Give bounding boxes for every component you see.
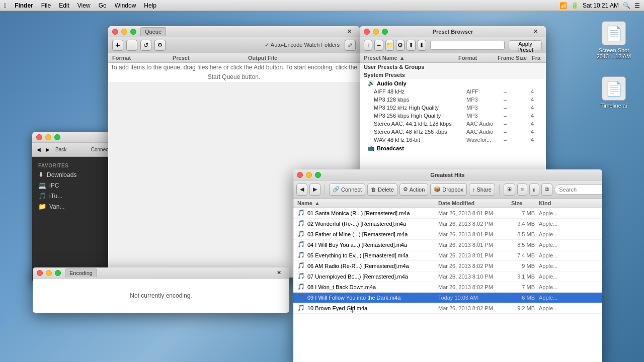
forward-btn[interactable]: ▶ [309, 184, 320, 196]
minimize-button-encoding[interactable] [46, 270, 52, 276]
preset-item-mp3-128[interactable]: MP3 128 kbps MP3 – 4 [360, 96, 546, 104]
close-button-preset[interactable] [364, 29, 370, 35]
sidebar-mini-item-itu[interactable]: 🎵 iTu... [32, 191, 113, 201]
menu-help[interactable]: Help [144, 2, 156, 9]
file-row-7[interactable]: 🎵 07 Unemployed Bo...) [Remastered].m4a … [293, 272, 602, 282]
file-icon-7: 🎵 [297, 273, 305, 281]
preset-remove-btn[interactable]: – [374, 40, 383, 51]
zoom-button-queue[interactable] [130, 29, 136, 35]
share-btn[interactable]: ↑ Share [469, 184, 495, 196]
finder-main-window: Greatest Hits FAVORITES ⬇ Downloads 🖥 De… [293, 169, 602, 362]
minimize-button-mini[interactable] [45, 134, 51, 140]
preset-item-mp3-192[interactable]: MP3 192 kHz High Quality MP3 – 4 [360, 104, 546, 112]
add-btn[interactable]: + [112, 40, 123, 51]
zoom-button-mini[interactable] [54, 134, 60, 140]
forward-btn-mini[interactable]: ▶ [44, 146, 51, 153]
preset-item-wav[interactable]: WAV 48 kHz 16-bit Wavefor... – 4 [360, 136, 546, 144]
menu-file[interactable]: File [41, 2, 51, 9]
back-btn[interactable]: ◀ [296, 184, 307, 196]
settings-btn[interactable]: ⚙ [154, 40, 166, 51]
preset-col-name-header: Preset Name ▲ [364, 55, 454, 61]
menu-edit[interactable]: Edit [59, 2, 69, 9]
file-kind-1: Apple... [539, 210, 602, 216]
zoom-button-encoding[interactable] [55, 270, 61, 276]
search-input[interactable] [554, 185, 602, 195]
back-btn-mini[interactable]: ◀ [35, 146, 42, 153]
reset-btn[interactable]: ↺ [140, 40, 151, 51]
file-row-1[interactable]: 🎵 01 Santa Monica (R...) [Remastered].m4… [293, 208, 602, 219]
preset-export-btn[interactable]: ⬆ [407, 40, 415, 51]
file-row-8[interactable]: 🎵 08 I Won_t Back Down.m4a Mar 26, 2013 … [293, 282, 602, 293]
action-btn[interactable]: ⚙ Action [399, 184, 429, 196]
encoding-content: Not currently encoding. [33, 279, 289, 313]
delete-btn[interactable]: 🗑 Delete [367, 184, 397, 196]
file-row-6[interactable]: 🎵 06 AM Radio (Re-R...) [Remastered].m4a… [293, 261, 602, 272]
menu-list-icon[interactable]: ☰ [634, 2, 640, 9]
zoom-button-finder[interactable] [315, 172, 321, 178]
file-date-2: Mar 26, 2013 8:02 PM [438, 221, 511, 227]
queue-close-btn[interactable]: ✕ [347, 28, 356, 35]
queue-tab[interactable]: Queue [140, 27, 166, 36]
preset-item-mp3-256-format: MP3 [466, 113, 502, 119]
finder-layout: FAVORITES ⬇ Downloads 🖥 Desktop 📦 Dropbo… [293, 180, 602, 362]
sidebar-mini-item-ipc[interactable]: 💻 iPC [32, 180, 113, 191]
preset-item-aac-441[interactable]: Stereo AAC, 44.1 kHz 128 kbps AAC Audio … [360, 120, 546, 128]
preset-item-mp3-192-fra: 4 [531, 105, 544, 111]
encoding-tab[interactable]: Encoding [65, 268, 97, 277]
preset-item-mp3-128-fra: 4 [531, 97, 544, 103]
file-row-9[interactable]: 🎵 09 I Will Follow You into the Dark.m4a… [293, 293, 602, 303]
preset-item-wav-name: WAV 48 kHz 16-bit [374, 137, 464, 143]
zoom-button-preset[interactable] [382, 29, 388, 35]
file-kind-7: Apple... [539, 274, 602, 280]
menu-finder[interactable]: Finder [15, 2, 33, 9]
view-list-btn[interactable]: ≡ [517, 184, 527, 196]
sidebar-mini-item-van[interactable]: 📁 Van... [32, 201, 113, 212]
minimize-button-finder[interactable] [306, 172, 312, 178]
menu-view[interactable]: View [77, 2, 91, 9]
preset-close-btn[interactable]: ✕ [533, 28, 542, 35]
preset-settings-btn[interactable]: ⚙ [396, 40, 405, 51]
file-icon-10: 🎵 [297, 304, 305, 312]
preset-item-aac-48[interactable]: Stereo AAC, 48 kHz 256 kbps AAC Audio – … [360, 128, 546, 136]
menu-window[interactable]: Window [115, 2, 136, 9]
sidebar-mini-item-downloads[interactable]: ⬇ Downloads [32, 169, 113, 180]
file-row-2[interactable]: 🎵 02 Wonderful (Re-...) [Remastered].m4a… [293, 219, 602, 229]
close-button-finder[interactable] [297, 172, 303, 178]
forward-icon: ▶ [313, 186, 317, 193]
preset-item-aac-48-format: AAC Audio [466, 129, 502, 135]
preset-item-mp3-256[interactable]: MP3 256 kbps High Quality MP3 – 4 [360, 112, 546, 120]
menu-battery-icon[interactable]: 🔋 [571, 2, 579, 9]
close-button-queue[interactable] [112, 29, 118, 35]
preset-add-btn[interactable]: + [364, 40, 372, 51]
apply-preset-button[interactable]: Apply Preset [509, 40, 542, 50]
screenshot-label: Screen Shot2013-...12 AM [597, 47, 631, 59]
menu-go[interactable]: Go [99, 2, 107, 9]
close-button-encoding[interactable] [37, 270, 43, 276]
close-button-mini[interactable] [36, 134, 42, 140]
preset-search-input[interactable] [430, 41, 505, 50]
preset-folder-btn[interactable]: 📁 [385, 40, 394, 51]
remove-btn[interactable]: – [126, 40, 137, 51]
apple-menu[interactable]:  [4, 2, 7, 10]
file-row-10[interactable]: 🎵 10 Brown Eyed Girl.m4a Mar 26, 2013 8:… [293, 303, 602, 314]
expand-btn[interactable]: ⤢ [345, 40, 356, 51]
file-row-5[interactable]: 🎵 05 Everything to Ev...) [Remastered].m… [293, 250, 602, 261]
file-row-3[interactable]: 🎵 03 Father of Mine (...) [Remastered].m… [293, 229, 602, 240]
view-icon-btn[interactable]: ⊞ [504, 184, 515, 196]
minimize-button-queue[interactable] [121, 29, 127, 35]
connect-btn[interactable]: 🔗 Connect [329, 184, 365, 196]
view-col-btn[interactable]: ⫾ [529, 184, 539, 196]
desktop-icon-timeline[interactable]: 📄 Timeline.ai [594, 76, 634, 109]
menu-wifi-icon[interactable]: 📶 [559, 2, 567, 9]
desktop-icon-screenshot[interactable]: 📄 Screen Shot2013-...12 AM [594, 21, 634, 59]
view-cov-btn[interactable]: ⧉ [541, 184, 552, 196]
minimize-button-preset[interactable] [373, 29, 379, 35]
preset-broadcast-label: Broadcast [377, 145, 404, 151]
dropbox-btn[interactable]: 📦 Dropbox [430, 184, 467, 196]
file-row-4[interactable]: 🎵 04 I Will Buy You a...) [Remastered].m… [293, 240, 602, 250]
file-name-6: 06 AM Radio (Re-R...) [Remastered].m4a [307, 263, 438, 269]
menu-search-icon[interactable]: 🔍 [623, 2, 630, 9]
encoding-close-btn[interactable]: ✕ [277, 269, 285, 276]
preset-import-btn[interactable]: ⬇ [418, 40, 426, 51]
preset-item-aiff[interactable]: AIFF 48 kHz AIFF – 4 [360, 87, 546, 96]
